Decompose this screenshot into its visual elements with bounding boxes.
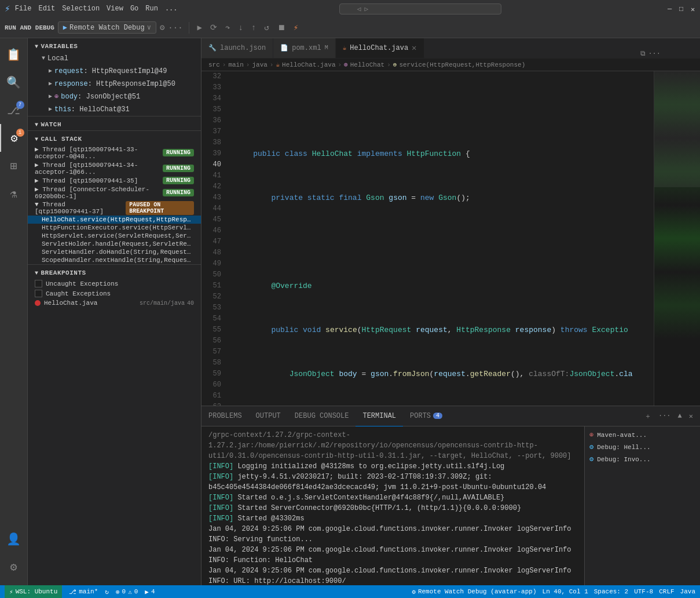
debug-step-out-btn[interactable]: ↑: [249, 21, 258, 35]
bp-caught-checkbox[interactable]: [35, 290, 42, 297]
status-remote-config[interactable]: ⚙ Remote Watch Debug (avatar-app): [412, 588, 536, 596]
debug-continue-btn[interactable]: ▶: [195, 20, 204, 35]
code-content[interactable]: public class HelloChat implements HttpFu…: [230, 71, 654, 406]
frame-3[interactable]: ServletHolder.handle(Request,ServletRequ…: [28, 240, 201, 248]
bc-java[interactable]: java: [252, 61, 267, 68]
menu-go[interactable]: Go: [130, 5, 138, 13]
status-sync[interactable]: ↻: [105, 588, 109, 596]
terminal-output[interactable]: /grpc-context/1.27.2/grpc-context-1.27.2…: [201, 426, 584, 585]
window-minimize[interactable]: ─: [663, 5, 672, 12]
tab-hello-close[interactable]: ✕: [412, 43, 416, 53]
tsidebar-maven[interactable]: ⊕ Maven-avat...: [585, 429, 700, 441]
frame-1[interactable]: HttpFunctionExecutor.service(HttpServlet…: [28, 224, 201, 232]
panel-tab-ports[interactable]: PORTS 4: [403, 406, 449, 426]
debug-pause-btn[interactable]: ⟳: [208, 20, 219, 35]
local-scope[interactable]: ▼ Local: [28, 52, 201, 65]
activity-bottom: 👤 ⚙: [0, 525, 28, 585]
more-actions-btn[interactable]: ···: [648, 50, 661, 58]
tab-hello-chat[interactable]: ☕ HelloChat.java ✕: [336, 38, 424, 58]
status-line-ending[interactable]: CRLF: [659, 588, 674, 596]
menu-view[interactable]: View: [107, 5, 123, 13]
menu-selection[interactable]: Selection: [62, 5, 100, 13]
thread-1-status: RUNNING: [163, 165, 194, 172]
var-this[interactable]: ▶ this : HelloChat@31: [28, 103, 201, 116]
callstack-header[interactable]: ▼ CALL STACK: [28, 131, 201, 145]
status-line-col[interactable]: Ln 40, Col 1: [543, 588, 588, 596]
thread-0[interactable]: ▶ Thread [qtp1500079441-33-acceptor-0@48…: [28, 145, 201, 161]
activity-account[interactable]: 👤: [0, 525, 28, 553]
debug-step-over-btn[interactable]: ↷: [223, 20, 232, 35]
bc-main[interactable]: main: [228, 61, 243, 68]
watch-chevron: ▼: [35, 122, 39, 128]
thread-4[interactable]: ▼ Thread [qtp1500079441-37] PAUSED ON BR…: [28, 200, 201, 216]
frame-5[interactable]: ScopedHandler.nextHandle(String,Request,…: [28, 256, 201, 264]
tsidebar-debug2[interactable]: ⚙ Debug: Invo...: [585, 453, 700, 465]
thread-2[interactable]: ▶ Thread [qtp1500079441-35] RUNNING: [28, 176, 201, 185]
var-response[interactable]: ▶ response : HttpResponseImpl@50: [28, 78, 201, 90]
var-body[interactable]: ▶ ⊕ body : JsonObject@51: [28, 90, 201, 103]
debug-hot-btn[interactable]: ⚡: [291, 20, 300, 35]
breakpoints-header[interactable]: ▼ BREAKPOINTS: [28, 265, 201, 279]
status-errors[interactable]: ⊗ 0 ⚠ 0: [116, 588, 138, 596]
panel-more-btn[interactable]: ···: [656, 411, 673, 421]
bp-uncaught-exceptions[interactable]: Uncaught Exceptions: [28, 279, 201, 289]
activity-explorer[interactable]: 📋: [0, 41, 28, 68]
panel-tab-problems[interactable]: PROBLEMS: [201, 406, 249, 426]
panel-expand-btn[interactable]: ▲: [676, 411, 684, 421]
debug2-icon: ⚙: [589, 455, 593, 464]
panel-tab-debug-console[interactable]: DEBUG CONSOLE: [288, 406, 356, 426]
debug-gear-icon[interactable]: ⚙: [160, 23, 164, 32]
panel-tab-terminal[interactable]: TERMINAL: [356, 406, 403, 426]
bc-method[interactable]: service(HttpRequest,HttpResponse): [399, 61, 525, 68]
code-line-36: @Override: [230, 280, 654, 291]
bp-caught-exceptions[interactable]: Caught Exceptions: [28, 289, 201, 298]
window-close[interactable]: ✕: [686, 5, 695, 12]
minimap-viewport[interactable]: [654, 71, 700, 187]
frame-0[interactable]: HelloChat.service(HttpRequest,HttpRespon…: [28, 216, 201, 224]
debug-step-into-btn[interactable]: ↓: [236, 21, 245, 35]
activity-debug[interactable]: ⚙ 1: [0, 124, 28, 152]
window-maximize[interactable]: □: [675, 5, 684, 12]
panel-close-btn[interactable]: ✕: [687, 411, 695, 422]
activity-search[interactable]: 🔍: [0, 68, 28, 96]
tab-pom-xml[interactable]: 📄 pom.xml M: [273, 38, 335, 58]
activity-settings[interactable]: ⚙: [0, 553, 28, 581]
tab-launch-json[interactable]: 🔧 launch.json: [201, 38, 273, 58]
watch-header[interactable]: ▼ WATCH: [28, 116, 201, 130]
bc-file[interactable]: HelloChat.java: [282, 61, 335, 68]
thread-3[interactable]: ▶ Thread [Connector-Scheduler-6920b0bc-1…: [28, 185, 201, 200]
debug-more-icon[interactable]: ···: [168, 23, 182, 32]
tsidebar-debug1[interactable]: ⚙ Debug: Hell...: [585, 441, 700, 453]
status-remote[interactable]: ⚡ WSL: Ubuntu: [5, 585, 62, 598]
activity-scm[interactable]: ⎇ 7: [0, 96, 28, 124]
frame-4[interactable]: ServletHandler.doHandle(String,Request,H…: [28, 248, 201, 256]
status-language[interactable]: Java: [680, 588, 695, 596]
status-spaces[interactable]: Spaces: 2: [594, 588, 628, 596]
panel-tab-output[interactable]: OUTPUT: [249, 406, 288, 426]
thread-1[interactable]: ▶ Thread [qtp1500079441-34-acceptor-1@66…: [28, 161, 201, 176]
var-this-name: this: [54, 104, 71, 115]
status-encoding[interactable]: UTF-8: [634, 588, 653, 596]
debug-stop-btn[interactable]: ⏹: [275, 21, 288, 35]
frame-2[interactable]: HttpServlet.service(ServletRequest,Servl…: [28, 232, 201, 240]
menu-more[interactable]: ...: [165, 5, 178, 13]
activity-extensions[interactable]: ⊞: [0, 152, 28, 180]
debug-restart-btn[interactable]: ↺: [262, 20, 271, 35]
status-branch[interactable]: ⎇ main*: [69, 588, 98, 596]
bp-uncaught-checkbox[interactable]: [35, 280, 42, 287]
bc-class[interactable]: HelloChat: [350, 61, 384, 68]
var-request[interactable]: ▶ request : HttpRequestImpl@49: [28, 65, 201, 78]
activity-test[interactable]: ⚗: [0, 180, 28, 207]
search-bar[interactable]: ◁ ▷: [339, 3, 501, 14]
split-editor-btn[interactable]: ⧉: [640, 50, 646, 58]
menu-run[interactable]: Run: [145, 5, 158, 13]
terminal-line-9: INFO: Function: HelloChat: [208, 555, 577, 566]
status-debug-count[interactable]: ▶ 4: [145, 588, 155, 596]
bp-hellchat-java[interactable]: HelloChat.java src/main/java 40: [28, 298, 201, 308]
debug-config-selector[interactable]: ▶ Remote Watch Debug ∨: [58, 21, 156, 34]
menu-edit[interactable]: Edit: [38, 5, 55, 13]
bc-src[interactable]: src: [208, 61, 220, 68]
variables-header[interactable]: ▼ VARIABLES: [28, 38, 201, 52]
menu-file[interactable]: File: [15, 5, 32, 13]
panel-add-btn[interactable]: ＋: [642, 410, 654, 422]
